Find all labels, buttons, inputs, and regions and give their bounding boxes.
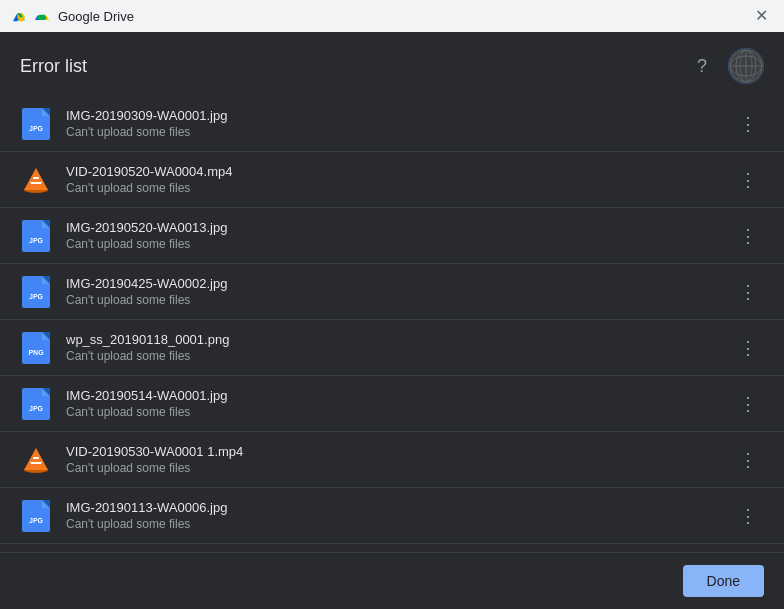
svg-text:JPG: JPG: [29, 517, 44, 524]
file-error: Can't upload some files: [66, 517, 718, 531]
list-item: JPGIMG-20190425-WA0002.jpgCan't upload s…: [0, 264, 784, 320]
file-info: IMG-20190309-WA0001.jpgCan't upload some…: [66, 108, 718, 139]
file-error: Can't upload some files: [66, 461, 718, 475]
main-content: Error list ? JPGIMG-20190309-WA00: [0, 32, 784, 609]
file-icon-wrapper: PNG: [20, 332, 52, 364]
more-options-button[interactable]: ⋮: [732, 500, 764, 532]
app-logo: [12, 8, 50, 24]
file-icon-wrapper: JPG: [20, 108, 52, 140]
svg-text:JPG: JPG: [29, 293, 44, 300]
file-name: VID-20190520-WA0004.mp4: [66, 164, 718, 179]
more-icon: ⋮: [739, 337, 757, 359]
list-item: PNGwp_ss_20190118_0001.pngCan't upload s…: [0, 320, 784, 376]
file-name: IMG-20190520-WA0013.jpg: [66, 220, 718, 235]
file-error: Can't upload some files: [66, 181, 718, 195]
title-bar: Google Drive ✕: [0, 0, 784, 32]
more-options-button[interactable]: ⋮: [732, 388, 764, 420]
file-error: Can't upload some files: [66, 293, 718, 307]
dialog-title: Error list: [20, 56, 87, 77]
header-actions: ?: [686, 48, 764, 84]
title-bar-left: Google Drive: [12, 8, 134, 24]
dialog-footer: Done: [0, 552, 784, 609]
list-item: JPGIMG-20190315-WA0017.jpgCan't upload s…: [0, 544, 784, 552]
gdrive-icon: [34, 8, 50, 24]
svg-marker-35: [33, 457, 39, 459]
vlc-icon: [20, 164, 52, 196]
more-icon: ⋮: [739, 113, 757, 135]
user-avatar[interactable]: [728, 48, 764, 84]
more-icon: ⋮: [739, 169, 757, 191]
list-item: VID-20190520-WA0004.mp4Can't upload some…: [0, 152, 784, 208]
more-icon: ⋮: [739, 281, 757, 303]
svg-marker-15: [33, 177, 39, 179]
file-info: IMG-20190520-WA0013.jpgCan't upload some…: [66, 220, 718, 251]
file-info: IMG-20190514-WA0001.jpgCan't upload some…: [66, 388, 718, 419]
file-name: wp_ss_20190118_0001.png: [66, 332, 718, 347]
more-options-button[interactable]: ⋮: [732, 108, 764, 140]
file-info: IMG-20190113-WA0006.jpgCan't upload some…: [66, 500, 718, 531]
more-options-button[interactable]: ⋮: [732, 332, 764, 364]
svg-text:PNG: PNG: [28, 349, 44, 356]
file-icon-wrapper: JPG: [20, 388, 52, 420]
list-item: JPGIMG-20190113-WA0006.jpgCan't upload s…: [0, 488, 784, 544]
list-item: JPGIMG-20190520-WA0013.jpgCan't upload s…: [0, 208, 784, 264]
image-file-icon: PNG: [22, 332, 50, 364]
more-icon: ⋮: [739, 505, 757, 527]
image-file-icon: JPG: [22, 388, 50, 420]
file-icon-wrapper: JPG: [20, 276, 52, 308]
file-info: IMG-20190425-WA0002.jpgCan't upload some…: [66, 276, 718, 307]
image-file-icon: JPG: [22, 276, 50, 308]
app-title: Google Drive: [58, 9, 134, 24]
more-options-button[interactable]: ⋮: [732, 220, 764, 252]
file-info: wp_ss_20190118_0001.pngCan't upload some…: [66, 332, 718, 363]
file-icon-wrapper: [20, 444, 52, 476]
svg-text:JPG: JPG: [29, 237, 44, 244]
error-list: JPGIMG-20190309-WA0001.jpgCan't upload s…: [0, 96, 784, 552]
svg-marker-34: [30, 462, 42, 464]
file-error: Can't upload some files: [66, 237, 718, 251]
help-icon: ?: [697, 56, 707, 77]
image-file-icon: JPG: [22, 220, 50, 252]
more-options-button[interactable]: ⋮: [732, 164, 764, 196]
image-file-icon: JPG: [22, 108, 50, 140]
file-name: IMG-20190309-WA0001.jpg: [66, 108, 718, 123]
more-icon: ⋮: [739, 449, 757, 471]
file-error: Can't upload some files: [66, 405, 718, 419]
file-name: IMG-20190113-WA0006.jpg: [66, 500, 718, 515]
close-button[interactable]: ✕: [751, 6, 772, 26]
help-button[interactable]: ?: [686, 50, 718, 82]
file-icon-wrapper: JPG: [20, 220, 52, 252]
file-info: VID-20190530-WA0001 1.mp4Can't upload so…: [66, 444, 718, 475]
file-name: IMG-20190425-WA0002.jpg: [66, 276, 718, 291]
done-button[interactable]: Done: [683, 565, 764, 597]
image-file-icon: JPG: [22, 500, 50, 532]
list-item: VID-20190530-WA0001 1.mp4Can't upload so…: [0, 432, 784, 488]
list-item: JPGIMG-20190309-WA0001.jpgCan't upload s…: [0, 96, 784, 152]
file-name: VID-20190530-WA0001 1.mp4: [66, 444, 718, 459]
file-icon-wrapper: JPG: [20, 500, 52, 532]
avatar-icon: [728, 48, 764, 84]
file-error: Can't upload some files: [66, 349, 718, 363]
more-icon: ⋮: [739, 393, 757, 415]
svg-marker-14: [30, 182, 42, 184]
file-name: IMG-20190514-WA0001.jpg: [66, 388, 718, 403]
svg-text:JPG: JPG: [29, 125, 44, 132]
more-options-button[interactable]: ⋮: [732, 276, 764, 308]
file-error: Can't upload some files: [66, 125, 718, 139]
file-icon-wrapper: [20, 164, 52, 196]
more-options-button[interactable]: ⋮: [732, 444, 764, 476]
file-info: VID-20190520-WA0004.mp4Can't upload some…: [66, 164, 718, 195]
gdrive-logo-icon: [12, 8, 28, 24]
more-icon: ⋮: [739, 225, 757, 247]
list-item: JPGIMG-20190514-WA0001.jpgCan't upload s…: [0, 376, 784, 432]
vlc-icon: [20, 444, 52, 476]
dialog-header: Error list ?: [0, 32, 784, 96]
svg-text:JPG: JPG: [29, 405, 44, 412]
